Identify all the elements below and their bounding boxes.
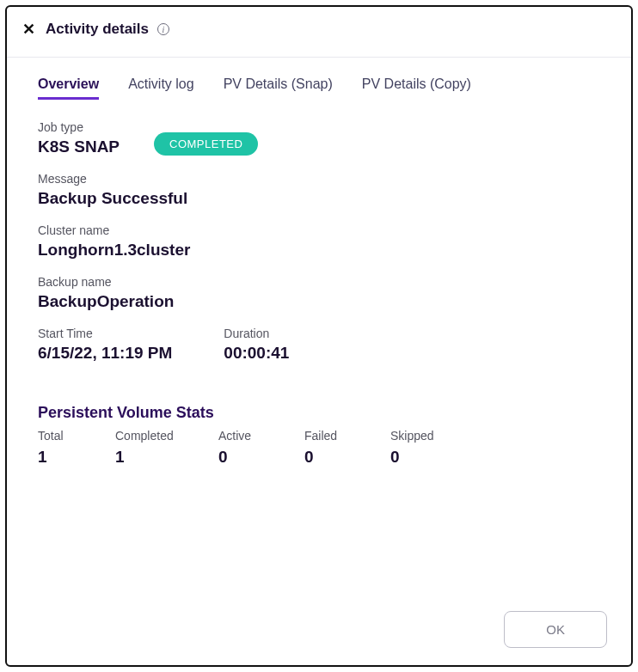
stat-total-label: Total [38,429,107,443]
stat-failed-value: 0 [304,448,382,467]
cluster-label: Cluster name [38,223,600,237]
modal-footer: OK [7,599,631,665]
job-type-group: Job type K8S SNAP COMPLETED [38,120,600,156]
stat-completed-value: 1 [115,448,210,467]
stat-active: Active 0 [218,429,296,467]
stat-active-value: 0 [218,448,296,467]
ok-button[interactable]: OK [504,611,607,648]
backup-group: Backup name BackupOperation [38,275,600,311]
modal-header: ✕ Activity details i [7,7,631,58]
start-time-group: Start Time 6/15/22, 11:19 PM [38,327,172,363]
stat-total: Total 1 [38,429,107,467]
pv-stats-row: Total 1 Completed 1 Active 0 Failed 0 Sk… [38,429,600,467]
cluster-value: Longhorn1.3cluster [38,241,600,260]
tab-overview[interactable]: Overview [38,76,99,100]
job-type-value: K8S SNAP [38,137,120,156]
cluster-group: Cluster name Longhorn1.3cluster [38,223,600,260]
tab-pv-snap[interactable]: PV Details (Snap) [224,76,333,100]
duration-group: Duration 00:00:41 [224,327,289,363]
stat-skipped: Skipped 0 [390,429,459,467]
stat-failed-label: Failed [304,429,382,443]
status-badge: COMPLETED [154,132,258,156]
job-type-label: Job type [38,120,120,134]
stat-completed-label: Completed [115,429,210,443]
stat-skipped-label: Skipped [390,429,459,443]
backup-value: BackupOperation [38,292,600,311]
stat-active-label: Active [218,429,296,443]
stat-total-value: 1 [38,448,107,467]
modal-title: Activity details [46,21,149,38]
pv-stats-title: Persistent Volume Stats [38,404,600,422]
stat-failed: Failed 0 [304,429,382,467]
activity-details-modal: ✕ Activity details i Overview Activity l… [5,5,633,667]
message-group: Message Backup Successful [38,172,600,208]
stat-skipped-value: 0 [390,448,459,467]
stat-completed: Completed 1 [115,429,210,467]
start-time-label: Start Time [38,327,172,340]
duration-label: Duration [224,327,289,340]
duration-value: 00:00:41 [224,344,289,363]
time-row: Start Time 6/15/22, 11:19 PM Duration 00… [38,327,600,378]
message-label: Message [38,172,600,186]
start-time-value: 6/15/22, 11:19 PM [38,344,172,363]
info-icon[interactable]: i [157,23,169,35]
tab-activity-log[interactable]: Activity log [128,76,193,100]
tab-pv-copy[interactable]: PV Details (Copy) [362,76,471,100]
tab-bar: Overview Activity log PV Details (Snap) … [38,76,600,100]
modal-body: Overview Activity log PV Details (Snap) … [7,58,631,599]
backup-label: Backup name [38,275,600,289]
message-value: Backup Successful [38,189,600,208]
close-icon[interactable]: ✕ [22,21,35,37]
